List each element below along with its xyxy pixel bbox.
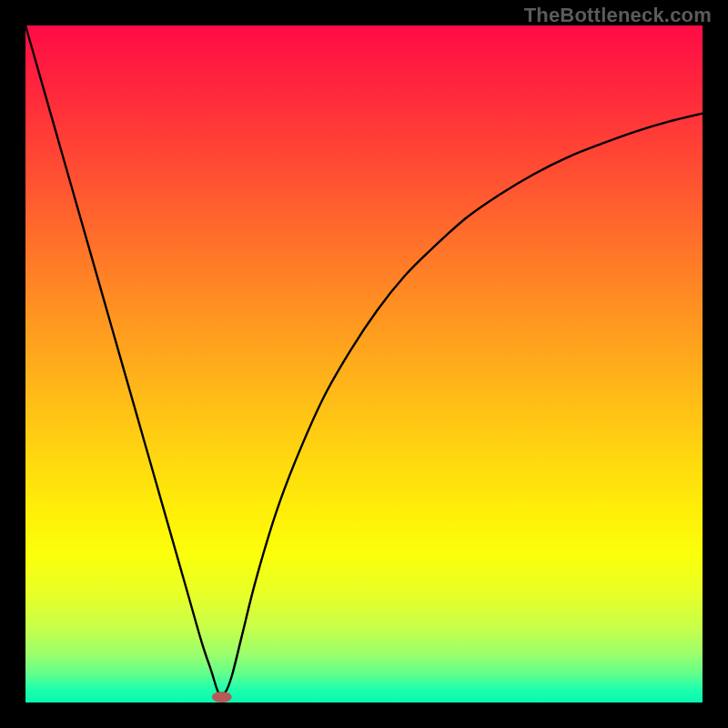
chart-frame: TheBottleneck.com (0, 0, 728, 728)
watermark-text: TheBottleneck.com (524, 4, 712, 27)
dip-marker (212, 692, 232, 703)
bottleneck-curve (25, 25, 703, 694)
curve-svg (25, 25, 703, 703)
plot-area (25, 25, 703, 703)
